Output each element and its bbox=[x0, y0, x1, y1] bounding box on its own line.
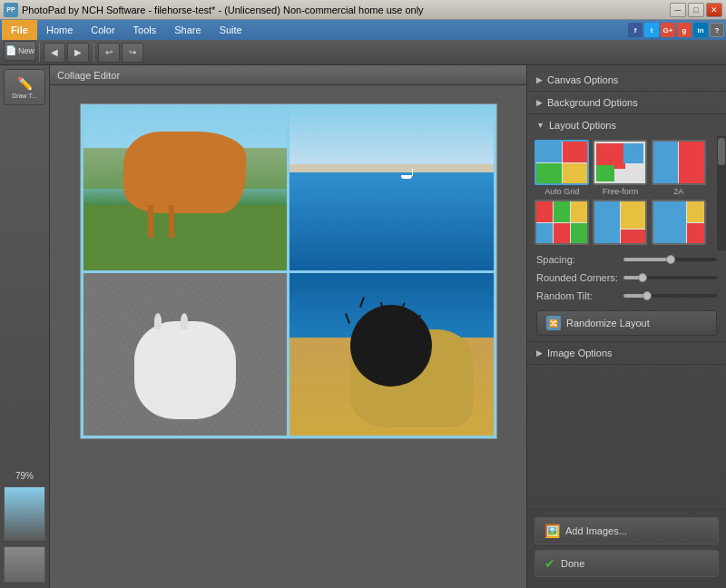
collage-cell-horse[interactable] bbox=[83, 107, 288, 270]
help-icon[interactable]: ? bbox=[710, 23, 724, 37]
google2-icon[interactable]: g bbox=[677, 23, 692, 37]
linkedin-icon[interactable]: in bbox=[693, 23, 708, 37]
layout-grid-container: Auto Grid bbox=[527, 136, 726, 250]
auto-grid-label: Auto Grid bbox=[544, 187, 579, 196]
layout-mixed1[interactable] bbox=[593, 200, 647, 245]
layout-options-header[interactable]: Layout Options bbox=[527, 114, 726, 136]
menu-suite[interactable]: Suite bbox=[211, 23, 251, 37]
undo-button[interactable]: ↩ bbox=[98, 43, 120, 63]
close-button[interactable]: ✕ bbox=[706, 3, 722, 17]
layout-mixed2[interactable] bbox=[652, 200, 706, 245]
menu-tools[interactable]: Tools bbox=[124, 23, 166, 37]
facebook-icon[interactable]: f bbox=[628, 23, 643, 37]
rabbit-shape bbox=[134, 321, 236, 419]
2a-pattern bbox=[653, 142, 704, 183]
m2b bbox=[687, 201, 703, 222]
collage-canvas[interactable] bbox=[80, 103, 497, 439]
minimize-button[interactable]: ─ bbox=[670, 3, 686, 17]
layout-freeform-wrapper: Free-form bbox=[593, 140, 647, 196]
ff-2 bbox=[623, 143, 643, 163]
freeform-label: Free-form bbox=[603, 187, 639, 196]
3a bbox=[536, 201, 553, 222]
layout-options-section: Layout Options bbox=[527, 114, 726, 342]
titlebar-buttons: ─ □ ✕ bbox=[670, 3, 722, 17]
layout-2a[interactable] bbox=[652, 140, 706, 185]
spacing-track[interactable] bbox=[623, 258, 717, 261]
auto-grid-pattern bbox=[536, 142, 587, 183]
redo-button[interactable]: ↪ bbox=[122, 43, 143, 63]
toolbar-divider2 bbox=[93, 44, 95, 62]
layout-3col[interactable] bbox=[535, 200, 589, 245]
random-tilt-thumb[interactable] bbox=[643, 291, 652, 300]
window-title: PhotoPad by NCH Software - filehorse-tes… bbox=[22, 5, 424, 15]
random-tilt-track[interactable] bbox=[623, 294, 717, 298]
layout-3col-wrapper bbox=[535, 200, 589, 247]
urchin-shape bbox=[350, 305, 432, 387]
add-images-button[interactable]: 🖼️ Add Images... bbox=[535, 517, 719, 544]
image-options-chevron bbox=[536, 348, 543, 358]
random-tilt-row: Random Tilt: bbox=[527, 287, 726, 305]
google-icon[interactable]: G+ bbox=[661, 23, 675, 37]
spacing-thumb[interactable] bbox=[666, 255, 675, 264]
right-panel-inner: Canvas Options Background Options Layout… bbox=[527, 69, 726, 584]
menu-color[interactable]: Color bbox=[82, 23, 123, 37]
ff-3 bbox=[596, 165, 614, 181]
layout-mixed1-wrapper bbox=[593, 200, 647, 247]
app-icon: PP bbox=[4, 3, 18, 17]
right-panel-scroll[interactable]: Canvas Options Background Options Layout… bbox=[527, 69, 726, 509]
layout-options-chevron bbox=[536, 121, 544, 130]
3col-pattern bbox=[536, 201, 587, 243]
toolbar-new-btn[interactable]: 📄 New bbox=[4, 41, 36, 61]
3f bbox=[571, 223, 587, 244]
ag-bl bbox=[536, 163, 562, 184]
layout-scrollbar[interactable] bbox=[717, 136, 726, 250]
rounded-corners-row: Rounded Corners: bbox=[527, 269, 726, 287]
background-options-header[interactable]: Background Options bbox=[527, 92, 726, 113]
rounded-corners-track[interactable] bbox=[623, 276, 717, 279]
spacing-fill bbox=[623, 258, 671, 261]
canvas-options-chevron bbox=[536, 75, 543, 84]
background-options-section: Background Options bbox=[527, 92, 726, 114]
layout-auto-grid[interactable] bbox=[535, 140, 589, 185]
menu-home[interactable]: Home bbox=[37, 23, 82, 37]
add-images-icon: 🖼️ bbox=[544, 524, 560, 538]
titlebar: PP PhotoPad by NCH Software - filehorse-… bbox=[0, 0, 726, 20]
rabbit-image bbox=[83, 273, 288, 436]
2a-left bbox=[653, 142, 679, 183]
canvas-options-header[interactable]: Canvas Options bbox=[527, 69, 726, 91]
forward-button[interactable]: ▶ bbox=[67, 43, 89, 63]
layout-2a-wrapper: 2A bbox=[652, 140, 706, 196]
twitter-icon[interactable]: t bbox=[644, 23, 659, 37]
collage-cell-sea[interactable] bbox=[289, 107, 494, 270]
bottom-buttons: 🖼️ Add Images... ✔ Done bbox=[527, 509, 726, 584]
back-button[interactable]: ◀ bbox=[44, 43, 65, 63]
spacing-row: Spacing: bbox=[527, 250, 726, 269]
background-options-label: Background Options bbox=[547, 97, 638, 108]
new-label: New bbox=[18, 46, 34, 55]
random-tilt-label: Random Tilt: bbox=[536, 290, 618, 301]
rounded-corners-thumb[interactable] bbox=[638, 273, 647, 282]
layout-freeform[interactable] bbox=[593, 140, 647, 185]
menu-file[interactable]: File bbox=[2, 20, 37, 40]
3c bbox=[571, 201, 587, 222]
menu-share[interactable]: Share bbox=[165, 23, 210, 37]
m1a bbox=[594, 201, 620, 243]
randomize-layout-button[interactable]: 🔀 Randomize Layout bbox=[536, 310, 717, 336]
collage-cell-urchin[interactable] bbox=[289, 273, 494, 436]
thumbnail-area bbox=[4, 486, 45, 541]
horse-shape bbox=[123, 132, 246, 213]
done-button[interactable]: ✔ Done bbox=[535, 550, 719, 577]
draw-icon: ✏️ bbox=[17, 76, 33, 91]
layout-grid: Auto Grid bbox=[535, 140, 706, 247]
image-options-label: Image Options bbox=[547, 348, 613, 358]
maximize-button[interactable]: □ bbox=[688, 3, 704, 17]
bottom-spacer bbox=[527, 365, 726, 437]
layout-scrollbar-thumb[interactable] bbox=[718, 138, 725, 165]
randomize-label: Randomize Layout bbox=[566, 318, 650, 328]
draw-tool[interactable]: ✏️ Draw T... bbox=[4, 69, 45, 105]
main-toolbar: 📄 New ◀ ▶ ↩ ↪ bbox=[0, 40, 726, 65]
collage-cell-rabbit[interactable] bbox=[83, 273, 288, 436]
draw-label: Draw T... bbox=[12, 93, 37, 99]
done-label: Done bbox=[561, 558, 584, 569]
image-options-header[interactable]: Image Options bbox=[527, 342, 726, 364]
